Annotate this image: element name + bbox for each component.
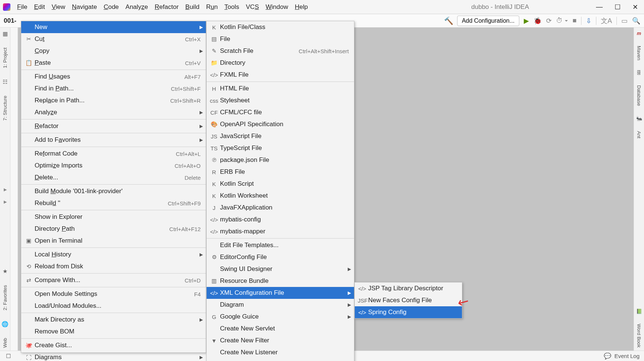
coverage-icon[interactable]: ⟳ [546,17,552,25]
menu-item[interactable]: GGoogle Guice▶ [207,311,354,323]
menu-item[interactable]: JSJavaScript File [207,130,354,142]
menu-item[interactable]: Create New Servlet [207,323,354,335]
add-configuration-button[interactable]: Add Configuration... [457,16,519,26]
menu-navigate[interactable]: Navigate [69,2,100,12]
menu-item[interactable]: ℗package.json File [207,154,354,166]
menu-tools[interactable]: Tools [221,2,242,12]
menu-refactor[interactable]: Refactor [152,2,182,12]
menu-item[interactable]: KKotlin File/Class [207,21,354,33]
menu-item[interactable]: Refactor▶ [21,120,206,132]
build-icon[interactable]: 🔨 [444,16,453,25]
menu-item[interactable]: </>mybatis-mapper [207,226,354,237]
tab-web[interactable]: Web [1,335,9,351]
menu-item[interactable]: Analyze▶ [21,106,206,118]
menu-item[interactable]: ⟲Reload from Disk [21,261,206,272]
menu-help[interactable]: Help [292,2,311,12]
menu-item[interactable]: Open Module SettingsF4 [21,288,206,300]
translate-icon[interactable]: 文A [601,16,612,25]
menu-item[interactable]: Reformat CodeCtrl+Alt+L [21,148,206,160]
menu-item[interactable]: Rebuild ''Ctrl+Shift+F9 [21,197,206,209]
status-tool-window-button[interactable]: ☐ [6,353,11,360]
menu-item[interactable]: JJavaFXApplication [207,202,354,214]
menu-item[interactable]: 📁Directory [207,57,354,69]
menu-item[interactable]: Directory PathCtrl+Alt+F12 [21,223,206,235]
menu-item[interactable]: Optimize ImportsCtrl+Alt+O [21,160,206,172]
menu-item[interactable]: Build Module '001-link-provider' [21,185,206,197]
menu-item[interactable]: ⚙EditorConfig File [207,251,354,263]
menu-item[interactable]: Find in Path...Ctrl+Shift+F [21,83,206,95]
search-everywhere-icon[interactable]: 🔍 [632,17,640,25]
tab-ant[interactable]: Ant [635,128,643,141]
menu-item[interactable]: ▤File [207,33,354,45]
menu-item[interactable]: HHTML File [207,83,354,95]
menu-item[interactable]: </>Spring Config [355,306,462,318]
menu-item[interactable]: KKotlin Script [207,178,354,190]
menu-item[interactable]: RERB File [207,166,354,178]
menu-item[interactable]: Find UsagesAlt+F7 [21,71,206,83]
menu-item[interactable]: Show in Explorer [21,211,206,223]
menu-item[interactable]: Swing UI Designer▶ [207,263,354,275]
tab-structure[interactable]: 7: Structure [1,93,9,124]
menu-item[interactable]: Mark Directory as▶ [21,314,206,326]
tab-favorites[interactable]: 2: Favorites [1,282,9,313]
tab-wordbook[interactable]: Word Book [635,321,643,351]
menu-analyze[interactable]: Analyze [122,2,151,12]
breadcrumb[interactable]: 001- [4,17,16,25]
menu-item[interactable]: CFCFML/CFC file [207,106,354,118]
menu-item[interactable]: New▶ [21,21,206,33]
menu-item[interactable]: ▥Resource Bundle [207,275,354,287]
menu-item[interactable]: cssStylesheet [207,95,354,106]
minimize-button[interactable]: — [596,3,603,11]
expand-icon-2[interactable]: ▶ [4,199,7,204]
menu-item[interactable]: Edit File Templates... [207,239,354,251]
menu-item[interactable]: ⇄Compare With...Ctrl+D [21,274,206,286]
debug-icon[interactable]: 🐞 [533,17,542,25]
update-project-icon[interactable]: ⇩ [586,17,592,25]
menu-item[interactable]: 📋PasteCtrl+V [21,57,206,69]
menu-item[interactable]: KKotlin Worksheet [207,190,354,202]
menu-item[interactable]: Copy▶ [21,45,206,57]
menu-item[interactable]: JSFNew Faces Config File [355,294,462,306]
menu-item[interactable]: ▼Create New Filter [207,335,354,346]
menu-item[interactable]: 🐙Create Gist... [21,339,206,351]
menu-item[interactable]: ▣Open in Terminal [21,235,206,247]
menu-item[interactable]: TSTypeScript File [207,142,354,154]
menu-item[interactable]: ✂CutCtrl+X [21,33,206,45]
menu-item[interactable]: ⛶Diagrams▶ [21,351,206,361]
menu-item[interactable]: Load/Unload Modules... [21,300,206,312]
profile-icon[interactable]: ⏱ ▾ [556,17,568,25]
menu-build[interactable]: Build [182,2,203,12]
event-log-button[interactable]: Event Log [614,353,640,359]
tab-maven[interactable]: Maven [635,43,643,63]
menu-item[interactable]: ⬡HTTP Request [207,358,354,361]
menu-item[interactable]: </>JSP Tag Library Descriptor [355,282,462,294]
menu-item[interactable]: Create New Listener [207,346,354,358]
menu-item[interactable]: 🎨OpenAPI Specification [207,118,354,130]
menu-vcs[interactable]: VCS [243,2,262,12]
run-icon[interactable]: ▶ [524,17,529,25]
expand-icon[interactable]: ▶ [4,187,7,192]
menu-item[interactable]: Diagram▶ [207,299,354,311]
menu-item[interactable]: Add to Favorites▶ [21,134,206,146]
menu-item[interactable]: </>FXML File [207,69,354,81]
menu-window[interactable]: Window [263,2,291,12]
open-in-window-icon[interactable]: ▭ [621,17,628,25]
menu-item[interactable]: </>XML Configuration File▶ [207,287,354,299]
stop-icon[interactable]: ■ [573,17,577,25]
menu-file[interactable]: File [14,2,30,12]
menu-view[interactable]: View [49,2,68,12]
menu-edit[interactable]: Edit [31,2,48,12]
menu-item[interactable]: ✎Scratch FileCtrl+Alt+Shift+Insert [207,45,354,57]
tab-project[interactable]: 1: Project [1,45,9,71]
menu-item[interactable]: Replace in Path...Ctrl+Shift+R [21,95,206,106]
menu-item[interactable]: Remove BOM [21,326,206,338]
menu-item[interactable]: Delete...Delete [21,172,206,183]
close-button[interactable]: ✕ [632,3,638,11]
menu-code[interactable]: Code [101,2,122,12]
menu-item[interactable]: </>mybatis-config [207,214,354,226]
menu-run[interactable]: Run [203,2,221,12]
tab-database[interactable]: Database [635,82,643,109]
menu-item[interactable]: Local History▶ [21,249,206,261]
wordbook-icon: 📗 [636,309,642,314]
maximize-button[interactable]: ☐ [615,3,621,11]
